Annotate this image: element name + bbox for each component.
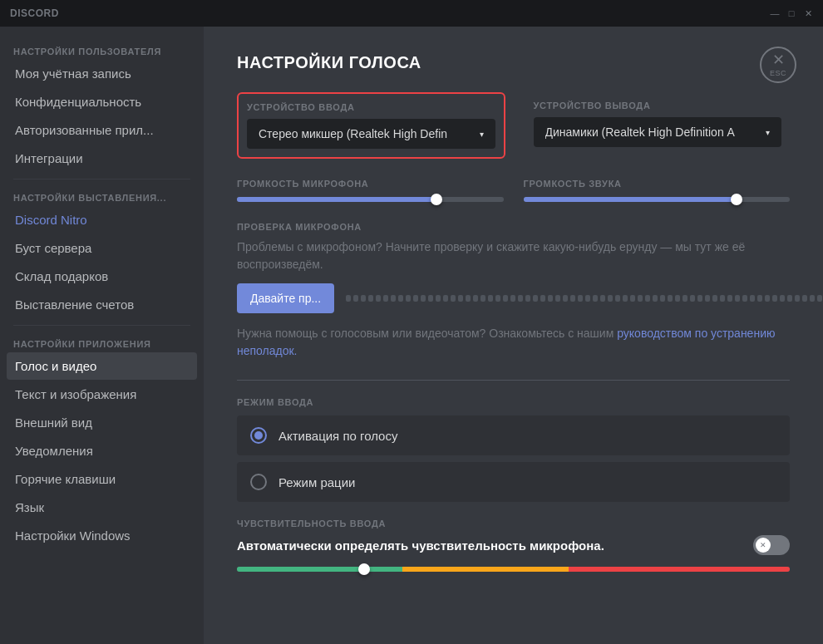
mic-bar [555, 295, 560, 302]
esc-label: ESC [770, 69, 786, 77]
sidebar-section-app-settings: НАСТРОЙКИ ПРИЛОЖЕНИЯ [7, 332, 197, 352]
sidebar-item-billing[interactable]: Выставление счетов [7, 291, 197, 318]
mic-volume-slider[interactable] [237, 197, 504, 202]
mic-bar [346, 295, 351, 302]
mic-bar [780, 295, 785, 302]
content-divider [237, 380, 790, 381]
mic-bar [540, 295, 545, 302]
mic-test-section-label: ПРОВЕРКА МИКРОФОНА [237, 222, 790, 232]
sensitivity-section-label: ЧУВСТВИТЕЛЬНОСТЬ ВВОДА [237, 519, 790, 528]
output-device-label: УСТРОЙСТВО ВЫВОДА [534, 101, 782, 111]
mic-bar [765, 295, 770, 302]
sidebar-item-language[interactable]: Язык [7, 494, 197, 521]
sidebar-item-hotkeys[interactable]: Горячие клавиши [7, 465, 197, 493]
voice-activation-label: Активация по голосу [278, 429, 397, 443]
mic-bar [615, 295, 620, 302]
output-device-select[interactable]: Динамики (Realtek High Definition А ▾ [534, 117, 782, 147]
ptt-option[interactable]: Режим рации [237, 462, 790, 502]
mic-bar [480, 295, 485, 302]
mic-volume-label: ГРОМКОСТЬ МИКРОФОНА [237, 179, 504, 189]
mic-bar [563, 295, 568, 302]
mic-bar [443, 295, 448, 302]
sidebar-item-privacy[interactable]: Конфиденциальность [7, 88, 197, 116]
sound-volume-fill [524, 197, 737, 202]
mic-bar [653, 295, 658, 302]
input-device-select[interactable]: Стерео микшер (Realtek High Defin ▾ [247, 119, 495, 149]
mic-bar [361, 295, 366, 302]
sound-volume-slider[interactable] [524, 197, 791, 202]
mic-bar [525, 295, 530, 302]
mic-bar [638, 295, 643, 302]
sidebar-section-billing: НАСТРОЙКИ ВЫСТАВЛЕНИЯ... [7, 186, 197, 206]
mic-bar [398, 295, 403, 302]
mic-level-bars [346, 287, 823, 310]
mic-bar [802, 295, 807, 302]
help-text: Нужна помощь с голосовым или видеочатом?… [237, 325, 790, 360]
mic-bar [413, 295, 418, 302]
mic-bar [772, 295, 777, 302]
mic-bar [473, 295, 478, 302]
window-controls: — □ ✕ [770, 8, 813, 18]
mic-bar [383, 295, 388, 302]
mic-bar [623, 295, 628, 302]
mic-bar [458, 295, 463, 302]
mic-bar [353, 295, 358, 302]
sidebar-item-appearance[interactable]: Внешний вид [7, 409, 197, 436]
sensitivity-auto-label: Автоматически определять чувствительност… [237, 538, 604, 553]
app-layout: НАСТРОЙКИ ПОЛЬЗОВАТЕЛЯ Моя учётная запис… [0, 27, 823, 644]
mic-bar [488, 295, 493, 302]
mic-bar [697, 295, 702, 302]
radio-dot [254, 431, 263, 440]
close-settings-button[interactable]: ✕ ESC [760, 47, 796, 83]
input-device-chevron-icon: ▾ [480, 130, 484, 139]
minimize-button[interactable]: — [770, 8, 780, 18]
mic-bar [810, 295, 815, 302]
mic-bar [548, 295, 553, 302]
sidebar-item-boost[interactable]: Буст сервера [7, 234, 197, 262]
mic-bar [787, 295, 792, 302]
content-area: ✕ ESC НАСТРОЙКИ ГОЛОСА УСТРОЙСТВО ВВОДА … [204, 27, 823, 644]
ptt-label: Режим рации [278, 475, 355, 489]
mic-bar [451, 295, 456, 302]
mic-bar [518, 295, 523, 302]
page-title: НАСТРОЙКИ ГОЛОСА [237, 53, 790, 72]
ptt-radio[interactable] [250, 474, 267, 490]
sidebar-section-user-settings: НАСТРОЙКИ ПОЛЬЗОВАТЕЛЯ [7, 40, 197, 60]
sidebar-item-account[interactable]: Моя учётная запись [7, 60, 197, 87]
voice-activation-option[interactable]: Активация по голосу [237, 415, 790, 455]
sidebar-item-notifications[interactable]: Уведомления [7, 437, 197, 465]
sensitivity-slider-fill [237, 567, 790, 572]
sidebar-item-apps[interactable]: Авторизованные прил... [7, 116, 197, 144]
mic-bar [705, 295, 710, 302]
sound-volume-thumb[interactable] [731, 194, 742, 205]
mic-bar [608, 295, 613, 302]
sensitivity-slider[interactable] [237, 567, 790, 572]
sensitivity-toggle[interactable]: ✕ [753, 535, 790, 555]
mic-bar [503, 295, 508, 302]
mic-bar [533, 295, 538, 302]
sound-volume-section: ГРОМКОСТЬ ЗВУКА [524, 179, 791, 202]
mic-volume-thumb[interactable] [431, 194, 442, 205]
output-device-chevron-icon: ▾ [766, 128, 770, 137]
title-bar: DISCORD — □ ✕ [0, 0, 823, 27]
sidebar-item-gift[interactable]: Склад подарков [7, 263, 197, 290]
voice-activation-radio[interactable] [250, 427, 267, 444]
sound-volume-label: ГРОМКОСТЬ ЗВУКА [524, 179, 791, 189]
mic-bar [690, 295, 695, 302]
mic-test-button[interactable]: Давайте пр... [237, 283, 334, 313]
mic-bar [630, 295, 635, 302]
sidebar-item-nitro[interactable]: Discord Nitro [7, 206, 197, 234]
mic-volume-section: ГРОМКОСТЬ МИКРОФОНА [237, 179, 504, 202]
close-window-button[interactable]: ✕ [803, 8, 813, 18]
sidebar-item-text[interactable]: Текст и изображения [7, 381, 197, 408]
maximize-button[interactable]: □ [786, 8, 796, 18]
sensitivity-slider-thumb[interactable] [358, 563, 370, 575]
input-mode-label: РЕЖИМ ВВОДА [237, 397, 790, 407]
sidebar-item-voice[interactable]: Голос и видео [7, 352, 197, 380]
sidebar-item-windows[interactable]: Настройки Windows [7, 522, 197, 549]
mic-bar [428, 295, 433, 302]
volume-row: ГРОМКОСТЬ МИКРОФОНА ГРОМКОСТЬ ЗВУКА [237, 179, 790, 202]
mic-bar [600, 295, 605, 302]
mic-bar [585, 295, 590, 302]
sidebar-item-integrations[interactable]: Интеграции [7, 145, 197, 172]
